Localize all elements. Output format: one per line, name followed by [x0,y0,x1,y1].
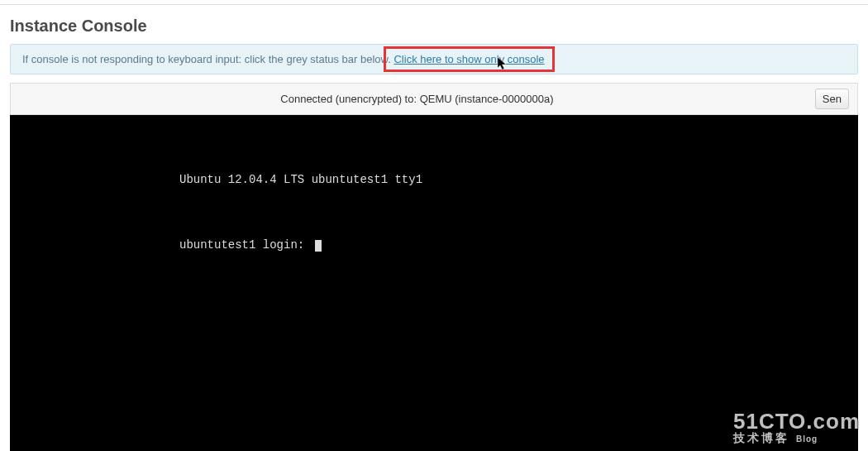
terminal-cursor [315,240,322,252]
page-title: Instance Console [10,17,858,36]
console-status-bar[interactable]: Connected (unencrypted) to: QEMU (instan… [10,83,858,115]
terminal-line: Ubuntu 12.04.4 LTS ubuntutest1 tty1 [179,170,858,189]
terminal-login-prompt: ubuntutest1 login: [179,236,858,254]
send-ctrl-alt-del-button[interactable]: Sen [815,89,849,109]
connection-status-text: Connected (unencrypted) to: QEMU (instan… [19,93,815,105]
tab-bar [0,0,868,5]
content-area: Instance Console If console is not respo… [0,17,868,451]
info-banner: If console is not responding to keyboard… [10,44,858,74]
vnc-terminal[interactable]: Ubuntu 12.04.4 LTS ubuntutest1 tty1 ubun… [10,115,858,451]
banner-text: If console is not responding to keyboard… [22,53,393,65]
show-only-console-link[interactable]: Click here to show only console [393,53,544,65]
